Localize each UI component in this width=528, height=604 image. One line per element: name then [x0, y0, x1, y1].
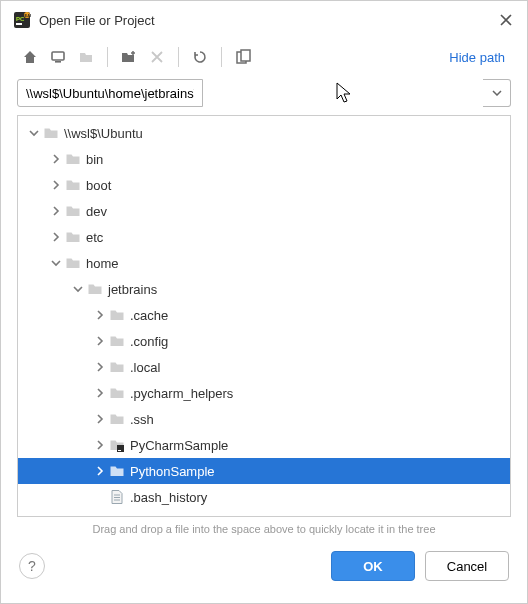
folder-icon	[108, 410, 126, 428]
chevron-right-icon[interactable]	[92, 307, 108, 323]
home-icon[interactable]	[17, 44, 43, 70]
tree-row[interactable]: .local	[18, 354, 510, 380]
svg-rect-5	[52, 52, 64, 60]
toolbar-separator	[221, 47, 222, 67]
chevron-down-icon[interactable]	[70, 281, 86, 297]
chevron-right-icon[interactable]	[92, 437, 108, 453]
chevron-right-icon[interactable]	[92, 411, 108, 427]
tree-node-label: \\wsl$\Ubuntu	[64, 126, 143, 141]
toolbar-separator	[178, 47, 179, 67]
chevron-down-icon[interactable]	[48, 255, 64, 271]
tree-row[interactable]: \\wsl$\Ubuntu	[18, 120, 510, 146]
file-tree[interactable]: \\wsl$\Ubuntubinbootdevetchomejetbrains.…	[17, 115, 511, 517]
tree-row[interactable]: .bash_history	[18, 484, 510, 510]
folder-icon	[108, 358, 126, 376]
ok-button[interactable]: OK	[331, 551, 415, 581]
path-row	[1, 75, 527, 115]
folder-icon	[64, 228, 82, 246]
folder-icon	[64, 202, 82, 220]
titlebar: PCEAP Open File or Project	[1, 1, 527, 39]
tree-row[interactable]: etc	[18, 224, 510, 250]
folder-icon	[64, 254, 82, 272]
folder-icon	[108, 384, 126, 402]
path-dropdown-button[interactable]	[483, 79, 511, 107]
cancel-button[interactable]: Cancel	[425, 551, 509, 581]
chevron-right-icon[interactable]	[48, 203, 64, 219]
tree-node-label: .config	[130, 334, 168, 349]
svg-rect-2	[16, 23, 22, 25]
tree-row[interactable]: PythonSample	[18, 458, 510, 484]
tree-node-label: .local	[130, 360, 160, 375]
path-input[interactable]	[17, 79, 203, 107]
tree-row[interactable]: .ssh	[18, 406, 510, 432]
tree-node-label: .ssh	[130, 412, 154, 427]
new-folder-icon[interactable]	[116, 44, 142, 70]
show-hidden-icon[interactable]	[230, 44, 256, 70]
file-icon	[108, 488, 126, 506]
folder-icon	[108, 332, 126, 350]
tree-node-label: jetbrains	[108, 282, 157, 297]
help-button[interactable]: ?	[19, 553, 45, 579]
chevron-down-icon[interactable]	[26, 125, 42, 141]
hint-text: Drag and drop a file into the space abov…	[1, 517, 527, 545]
delete-icon	[144, 44, 170, 70]
tree-node-label: home	[86, 256, 119, 271]
tree-row[interactable]: .config	[18, 328, 510, 354]
toolbar: Hide path	[1, 39, 527, 75]
svg-rect-10	[118, 450, 121, 451]
tree-node-label: .pycharm_helpers	[130, 386, 233, 401]
chevron-right-icon[interactable]	[92, 463, 108, 479]
tree-node-label: .cache	[130, 308, 168, 323]
folder-icon	[86, 280, 104, 298]
tree-node-label: .bash_logout	[130, 516, 204, 518]
refresh-icon[interactable]	[187, 44, 213, 70]
svg-rect-8	[241, 50, 250, 61]
folder-icon	[108, 462, 126, 480]
desktop-icon[interactable]	[45, 44, 71, 70]
tree-row[interactable]: bin	[18, 146, 510, 172]
chevron-right-icon[interactable]	[48, 177, 64, 193]
tree-node-label: boot	[86, 178, 111, 193]
tree-row[interactable]: .pycharm_helpers	[18, 380, 510, 406]
project-icon	[73, 44, 99, 70]
chevron-right-icon[interactable]	[92, 385, 108, 401]
tree-row[interactable]: .cache	[18, 302, 510, 328]
chevron-right-icon[interactable]	[48, 229, 64, 245]
tree-row[interactable]: .bash_logout	[18, 510, 510, 517]
tree-node-label: bin	[86, 152, 103, 167]
hide-path-link[interactable]: Hide path	[449, 50, 511, 65]
toolbar-separator	[107, 47, 108, 67]
window-title: Open File or Project	[39, 13, 497, 28]
tree-node-label: PyCharmSample	[130, 438, 228, 453]
chevron-right-icon[interactable]	[48, 151, 64, 167]
tree-node-label: .bash_history	[130, 490, 207, 505]
tree-node-label: dev	[86, 204, 107, 219]
folder-icon	[64, 176, 82, 194]
pycharm-icon: PCEAP	[13, 11, 31, 29]
file-icon	[108, 514, 126, 517]
svg-rect-6	[55, 61, 61, 63]
folder-icon	[42, 124, 60, 142]
folder-icon	[108, 306, 126, 324]
cursor-icon	[335, 81, 353, 105]
tree-row[interactable]: PyCharmSample	[18, 432, 510, 458]
project-folder-icon	[108, 436, 126, 454]
chevron-right-icon[interactable]	[92, 333, 108, 349]
svg-text:EAP: EAP	[25, 13, 32, 18]
folder-icon	[64, 150, 82, 168]
button-row: ? OK Cancel	[1, 545, 527, 593]
tree-row[interactable]: boot	[18, 172, 510, 198]
tree-node-label: PythonSample	[130, 464, 215, 479]
close-button[interactable]	[497, 11, 515, 29]
tree-row[interactable]: jetbrains	[18, 276, 510, 302]
tree-row[interactable]: dev	[18, 198, 510, 224]
tree-row[interactable]: home	[18, 250, 510, 276]
chevron-right-icon[interactable]	[92, 359, 108, 375]
tree-node-label: etc	[86, 230, 103, 245]
